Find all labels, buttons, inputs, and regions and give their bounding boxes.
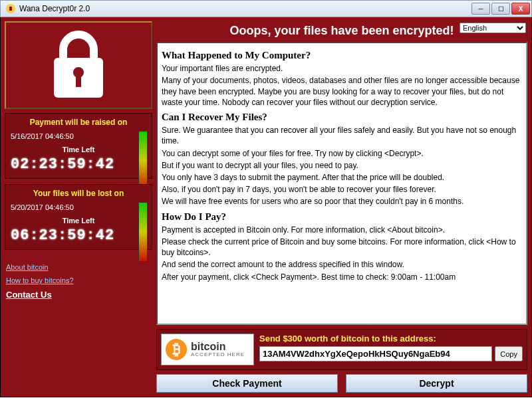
bitcoin-icon: ₿ xyxy=(166,339,187,360)
body-text: You can decrypt some of your files for f… xyxy=(162,148,522,159)
lock-image xyxy=(5,21,152,109)
timer1-heading: Payment will be raised on xyxy=(11,118,146,127)
how-to-buy-link[interactable]: How to buy bitcoins? xyxy=(6,276,151,284)
payment-box: ₿ bitcoin ACCEPTED HERE Send $300 worth … xyxy=(156,329,527,370)
body-text: Please check the current price of Bitcoi… xyxy=(162,237,522,258)
links-block: About bitcoin How to buy bitcoins? Conta… xyxy=(5,255,152,308)
progress-bar-icon xyxy=(138,202,148,262)
headline-text: Ooops, your files have been encrypted! xyxy=(229,24,454,37)
contact-us-link[interactable]: Contact Us xyxy=(6,290,151,300)
message-body[interactable]: What Happened to My Computer? Your impor… xyxy=(156,42,527,325)
timer1-digits: 02:23:59:42 xyxy=(11,156,146,173)
app-icon xyxy=(5,3,17,15)
copy-button[interactable]: Copy xyxy=(495,346,523,361)
timer2-datetime: 5/20/2017 04:46:50 xyxy=(11,203,146,211)
section-heading: How Do I Pay? xyxy=(162,210,522,223)
bitcoin-word: bitcoin xyxy=(191,342,245,352)
left-column: Payment will be raised on 5/16/2017 04:4… xyxy=(5,21,152,393)
action-buttons: Check Payment Decrypt xyxy=(156,374,527,393)
language-select[interactable]: English xyxy=(460,23,526,33)
headline: Ooops, your files have been encrypted! E… xyxy=(156,21,527,42)
body-text: Sure. We guarantee that you can recover … xyxy=(162,125,522,146)
body-text: Also, if you don't pay in 7 days, you wo… xyxy=(162,184,522,195)
payment-raise-timer: Payment will be raised on 5/16/2017 04:4… xyxy=(5,113,152,179)
window-title: Wana Decrypt0r 2.0 xyxy=(19,4,90,13)
files-lost-timer: Your files will be lost on 5/20/2017 04:… xyxy=(5,184,152,250)
check-payment-button[interactable]: Check Payment xyxy=(156,374,338,393)
bitcoin-address-field[interactable] xyxy=(259,346,492,361)
about-bitcoin-link[interactable]: About bitcoin xyxy=(6,263,151,271)
minimize-button[interactable]: ─ xyxy=(471,3,490,15)
timer2-heading: Your files will be lost on xyxy=(11,189,146,198)
body-text: Many of your documents, photos, videos, … xyxy=(162,75,522,108)
bitcoin-logo: ₿ bitcoin ACCEPTED HERE xyxy=(161,334,254,365)
right-column: Ooops, your files have been encrypted! E… xyxy=(156,21,527,393)
timer2-time-left-label: Time Left xyxy=(11,217,146,225)
body-text: And send the correct amount to the addre… xyxy=(162,259,522,270)
section-heading: What Happened to My Computer? xyxy=(162,49,522,62)
timer2-digits: 06:23:59:42 xyxy=(11,227,146,244)
body-text: After your payment, click <Check Payment… xyxy=(162,272,522,282)
close-button[interactable]: X xyxy=(511,3,530,15)
svg-rect-1 xyxy=(9,7,12,11)
accepted-here-label: ACCEPTED HERE xyxy=(191,352,245,357)
progress-bar-icon xyxy=(138,131,148,191)
body-text: But if you want to decrypt all your file… xyxy=(162,160,522,171)
timer1-time-left-label: Time Left xyxy=(11,146,146,153)
body-text: Payment is accepted in Bitcoin only. For… xyxy=(162,225,522,235)
decrypt-button[interactable]: Decrypt xyxy=(346,374,527,393)
main-panel: Payment will be raised on 5/16/2017 04:4… xyxy=(0,17,532,397)
timer1-datetime: 5/16/2017 04:46:50 xyxy=(11,132,146,140)
svg-rect-4 xyxy=(76,75,81,87)
body-text: We will have free events for users who a… xyxy=(162,196,522,207)
body-text: Your important files are encrypted. xyxy=(162,63,522,74)
send-amount-label: Send $300 worth of bitcoin to this addre… xyxy=(259,334,523,344)
maximize-button[interactable]: ☐ xyxy=(491,3,510,15)
body-text: You only have 3 days to submit the payme… xyxy=(162,172,522,183)
section-heading: Can I Recover My Files? xyxy=(162,110,522,124)
titlebar: Wana Decrypt0r 2.0 ─ ☐ X xyxy=(0,0,532,17)
